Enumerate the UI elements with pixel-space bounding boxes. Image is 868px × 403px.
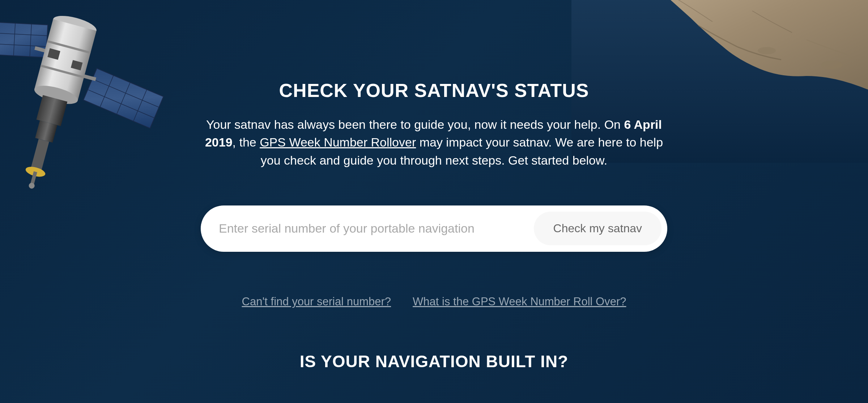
help-links-row: Can't find your serial number? What is t… (242, 295, 626, 308)
serial-number-input[interactable] (219, 221, 534, 236)
find-serial-link[interactable]: Can't find your serial number? (242, 295, 391, 308)
gps-rollover-inline-link[interactable]: GPS Week Number Rollover (260, 135, 416, 149)
description-text-1: Your satnav has always been there to gui… (206, 118, 624, 131)
check-satnav-button[interactable]: Check my satnav (534, 212, 661, 245)
main-content: CHECK YOUR SATNAV'S STATUS Your satnav h… (0, 0, 868, 403)
page-title: CHECK YOUR SATNAV'S STATUS (279, 80, 589, 101)
gps-rollover-info-link[interactable]: What is the GPS Week Number Roll Over? (413, 295, 626, 308)
builtin-nav-heading: IS YOUR NAVIGATION BUILT IN? (300, 352, 569, 371)
serial-search-container: Check my satnav (201, 205, 667, 252)
hero-description: Your satnav has always been there to gui… (203, 116, 665, 169)
description-text-2: , the (233, 135, 260, 149)
